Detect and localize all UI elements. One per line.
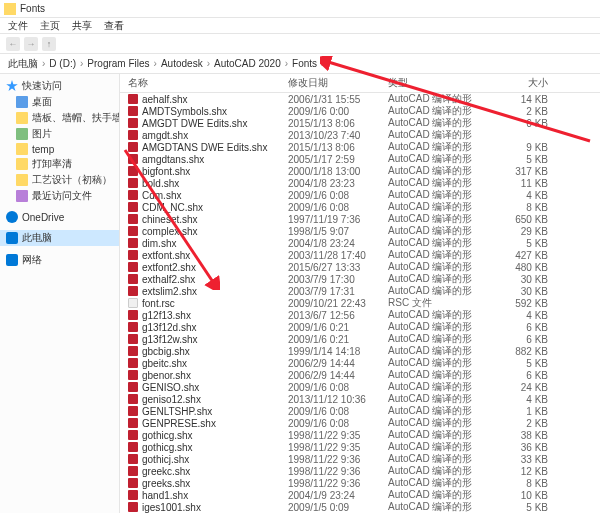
file-row[interactable]: amgdtans.shx2005/1/17 2:59AutoCAD 编译的形5 … bbox=[120, 153, 600, 165]
crumb-programfiles[interactable]: Program Files bbox=[87, 58, 149, 69]
col-date[interactable]: 修改日期 bbox=[288, 76, 388, 90]
file-row[interactable]: gothicg.shx1998/11/22 9:35AutoCAD 编译的形38… bbox=[120, 429, 600, 441]
file-date: 1997/11/19 7:36 bbox=[288, 214, 388, 225]
file-row[interactable]: gothicj.shx1998/11/22 9:36AutoCAD 编译的形33… bbox=[120, 453, 600, 465]
file-row[interactable]: greekc.shx1998/11/22 9:36AutoCAD 编译的形12 … bbox=[120, 465, 600, 477]
sidebar-item[interactable]: temp bbox=[0, 142, 119, 156]
file-row[interactable]: chineset.shx1997/11/19 7:36AutoCAD 编译的形6… bbox=[120, 213, 600, 225]
file-row[interactable]: gbenor.shx2006/2/9 14:44AutoCAD 编译的形6 KB bbox=[120, 369, 600, 381]
menu-home[interactable]: 主页 bbox=[40, 19, 60, 33]
file-date: 2009/1/6 0:21 bbox=[288, 322, 388, 333]
file-row[interactable]: gbeitc.shx2006/2/9 14:44AutoCAD 编译的形5 KB bbox=[120, 357, 600, 369]
file-row[interactable]: gbcbig.shx1999/1/14 14:18AutoCAD 编译的形882… bbox=[120, 345, 600, 357]
file-name: gothicg.shx bbox=[142, 442, 288, 453]
shx-file-icon bbox=[128, 118, 138, 128]
file-row[interactable]: complex.shx1998/1/5 9:07AutoCAD 编译的形29 K… bbox=[120, 225, 600, 237]
file-name: greeks.shx bbox=[142, 478, 288, 489]
sidebar-item[interactable]: 打卸率清 bbox=[0, 156, 119, 172]
crumb-autocad[interactable]: AutoCAD 2020 bbox=[214, 58, 281, 69]
crumb-d[interactable]: D (D:) bbox=[49, 58, 76, 69]
file-date: 2015/1/13 8:06 bbox=[288, 142, 388, 153]
folder-icon bbox=[16, 158, 28, 170]
file-row[interactable]: CDM_NC.shx2009/1/6 0:08AutoCAD 编译的形8 KB bbox=[120, 201, 600, 213]
file-size: 6 KB bbox=[488, 118, 548, 129]
shx-file-icon bbox=[128, 142, 138, 152]
file-row[interactable]: extfont.shx2003/11/28 17:40AutoCAD 编译的形4… bbox=[120, 249, 600, 261]
col-name[interactable]: 名称 bbox=[128, 76, 288, 90]
file-row[interactable]: g13f12d.shx2009/1/6 0:21AutoCAD 编译的形6 KB bbox=[120, 321, 600, 333]
sidebar-network[interactable]: 网络 bbox=[0, 252, 119, 268]
file-row[interactable]: GENLTSHP.shx2009/1/6 0:08AutoCAD 编译的形1 K… bbox=[120, 405, 600, 417]
sidebar-item[interactable]: 桌面 bbox=[0, 94, 119, 110]
col-size[interactable]: 大小 bbox=[488, 76, 548, 90]
menu-file[interactable]: 文件 bbox=[8, 19, 28, 33]
crumb-autodesk[interactable]: Autodesk bbox=[161, 58, 203, 69]
file-row[interactable]: Cdm.shx2009/1/6 0:08AutoCAD 编译的形4 KB bbox=[120, 189, 600, 201]
shx-file-icon bbox=[128, 262, 138, 272]
nav-forward-button[interactable]: → bbox=[24, 37, 38, 51]
file-date: 2009/1/6 0:21 bbox=[288, 334, 388, 345]
file-row[interactable]: AMGDTANS DWE Edits.shx2015/1/13 8:06Auto… bbox=[120, 141, 600, 153]
file-name: geniso12.shx bbox=[142, 394, 288, 405]
file-row[interactable]: font.rsc2009/10/21 22:43RSC 文件592 KB bbox=[120, 297, 600, 309]
titlebar: Fonts bbox=[0, 0, 600, 18]
file-name: Cdm.shx bbox=[142, 190, 288, 201]
file-name: extslim2.shx bbox=[142, 286, 288, 297]
sidebar-item[interactable]: 最近访问文件 bbox=[0, 188, 119, 204]
sidebar-onedrive[interactable]: OneDrive bbox=[0, 210, 119, 224]
file-row[interactable]: extslim2.shx2003/7/9 17:31AutoCAD 编译的形30… bbox=[120, 285, 600, 297]
file-row[interactable]: amgdt.shx2013/10/23 7:40AutoCAD 编译的形 bbox=[120, 129, 600, 141]
nav-back-button[interactable]: ← bbox=[6, 37, 20, 51]
folder-icon bbox=[16, 112, 28, 124]
file-date: 2015/1/13 8:06 bbox=[288, 118, 388, 129]
file-date: 2000/1/18 13:00 bbox=[288, 166, 388, 177]
sidebar-item[interactable]: 墙板、墙帽、扶手墙填料8.11 bbox=[0, 110, 119, 126]
file-name: amgdtans.shx bbox=[142, 154, 288, 165]
file-row[interactable]: AMDTSymbols.shx2009/1/6 0:00AutoCAD 编译的形… bbox=[120, 105, 600, 117]
breadcrumb[interactable]: 此电脑› D (D:)› Program Files› Autodesk› Au… bbox=[0, 54, 600, 74]
shx-file-icon bbox=[128, 322, 138, 332]
file-row[interactable]: greeks.shx1998/11/22 9:36AutoCAD 编译的形8 K… bbox=[120, 477, 600, 489]
shx-file-icon bbox=[128, 154, 138, 164]
menu-share[interactable]: 共享 bbox=[72, 19, 92, 33]
sidebar-item-label: 工艺设计（初稿） bbox=[32, 173, 112, 187]
sidebar-item[interactable]: 工艺设计（初稿） bbox=[0, 172, 119, 188]
file-row[interactable]: extfont2.shx2015/6/27 13:33AutoCAD 编译的形4… bbox=[120, 261, 600, 273]
shx-file-icon bbox=[128, 478, 138, 488]
crumb-fonts[interactable]: Fonts bbox=[292, 58, 317, 69]
file-row[interactable]: dim.shx2004/1/8 23:24AutoCAD 编译的形5 KB bbox=[120, 237, 600, 249]
file-name: gbenor.shx bbox=[142, 370, 288, 381]
file-date: 1998/11/22 9:36 bbox=[288, 466, 388, 477]
file-row[interactable]: bold.shx2004/1/8 23:23AutoCAD 编译的形11 KB bbox=[120, 177, 600, 189]
menu-view[interactable]: 查看 bbox=[104, 19, 124, 33]
file-row[interactable]: iges1001.shx2009/1/5 0:09AutoCAD 编译的形5 K… bbox=[120, 501, 600, 513]
crumb-thispc[interactable]: 此电脑 bbox=[8, 57, 38, 71]
nav-up-button[interactable]: ↑ bbox=[42, 37, 56, 51]
cloud-icon bbox=[6, 211, 18, 223]
file-row[interactable]: GENPRESE.shx2009/1/6 0:08AutoCAD 编译的形2 K… bbox=[120, 417, 600, 429]
file-row[interactable]: aehalf.shx2006/1/31 15:55AutoCAD 编译的形14 … bbox=[120, 93, 600, 105]
sidebar-item-label: 墙板、墙帽、扶手墙填料8.11 bbox=[32, 111, 119, 125]
file-size: 9 KB bbox=[488, 142, 548, 153]
shx-file-icon bbox=[128, 346, 138, 356]
rsc-file-icon bbox=[128, 298, 138, 308]
sidebar-item[interactable]: 图片 bbox=[0, 126, 119, 142]
file-row[interactable]: bigfont.shx2000/1/18 13:00AutoCAD 编译的形31… bbox=[120, 165, 600, 177]
sidebar-thispc[interactable]: 此电脑 bbox=[0, 230, 119, 246]
file-name: g12f13.shx bbox=[142, 310, 288, 321]
sidebar-quickaccess[interactable]: 快速访问 bbox=[0, 78, 119, 94]
file-row[interactable]: AMGDT DWE Edits.shx2015/1/13 8:06AutoCAD… bbox=[120, 117, 600, 129]
col-type[interactable]: 类型 bbox=[388, 76, 488, 90]
file-row[interactable]: gothicg.shx1998/11/22 9:35AutoCAD 编译的形36… bbox=[120, 441, 600, 453]
file-row[interactable]: hand1.shx2004/1/9 23:24AutoCAD 编译的形10 KB bbox=[120, 489, 600, 501]
file-row[interactable]: geniso12.shx2013/11/12 10:36AutoCAD 编译的形… bbox=[120, 393, 600, 405]
file-row[interactable]: g12f13.shx2013/6/7 12:56AutoCAD 编译的形4 KB bbox=[120, 309, 600, 321]
file-name: font.rsc bbox=[142, 298, 288, 309]
shx-file-icon bbox=[128, 226, 138, 236]
file-row[interactable]: g13f12w.shx2009/1/6 0:21AutoCAD 编译的形6 KB bbox=[120, 333, 600, 345]
file-row[interactable]: GENISO.shx2009/1/6 0:08AutoCAD 编译的形24 KB bbox=[120, 381, 600, 393]
file-size: 36 KB bbox=[488, 442, 548, 453]
folder-icon bbox=[16, 128, 28, 140]
file-date: 2004/1/9 23:24 bbox=[288, 490, 388, 501]
file-row[interactable]: exthalf2.shx2003/7/9 17:30AutoCAD 编译的形30… bbox=[120, 273, 600, 285]
